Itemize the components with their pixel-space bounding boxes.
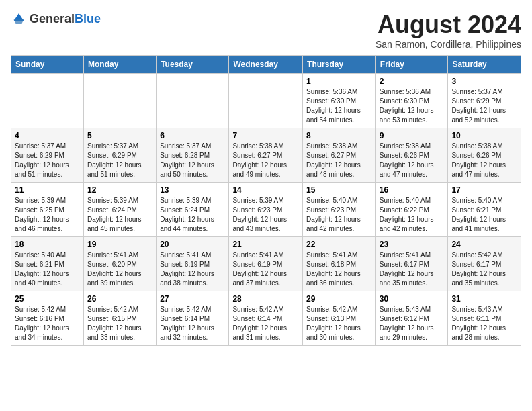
day-number: 17: [451, 185, 517, 195]
day-number: 23: [380, 240, 445, 249]
day-number: 21: [232, 240, 299, 249]
day-number: 13: [160, 185, 225, 195]
day-number: 14: [232, 185, 299, 195]
day-info: Sunrise: 5:37 AM Sunset: 6:29 PM Dayligh…: [87, 142, 152, 179]
day-info: Sunrise: 5:38 AM Sunset: 6:27 PM Dayligh…: [306, 142, 372, 179]
day-number: 4: [15, 131, 80, 140]
calendar-cell: 3Sunrise: 5:37 AM Sunset: 6:29 PM Daylig…: [448, 74, 521, 128]
day-info: Sunrise: 5:39 AM Sunset: 6:23 PM Dayligh…: [232, 196, 299, 234]
day-info: Sunrise: 5:37 AM Sunset: 6:29 PM Dayligh…: [451, 87, 517, 125]
day-number: 28: [232, 294, 299, 304]
day-number: 2: [380, 77, 445, 86]
day-number: 9: [380, 131, 445, 140]
calendar-cell: 13Sunrise: 5:39 AM Sunset: 6:24 PM Dayli…: [157, 183, 229, 237]
calendar-header-row: SundayMondayTuesdayWednesdayThursdayFrid…: [11, 56, 521, 74]
column-header-monday: Monday: [83, 56, 156, 74]
calendar-cell: 6Sunrise: 5:37 AM Sunset: 6:28 PM Daylig…: [157, 128, 229, 183]
calendar-cell: 4Sunrise: 5:37 AM Sunset: 6:29 PM Daylig…: [11, 128, 84, 183]
calendar-cell: 24Sunrise: 5:42 AM Sunset: 6:17 PM Dayli…: [448, 237, 521, 291]
calendar-cell: 22Sunrise: 5:41 AM Sunset: 6:18 PM Dayli…: [303, 237, 376, 291]
calendar-cell: 27Sunrise: 5:42 AM Sunset: 6:14 PM Dayli…: [157, 291, 229, 346]
day-info: Sunrise: 5:38 AM Sunset: 6:26 PM Dayligh…: [451, 142, 517, 179]
day-number: 12: [87, 185, 152, 195]
day-number: 16: [380, 185, 445, 195]
calendar-cell: [157, 74, 229, 128]
week-row-0: 1Sunrise: 5:36 AM Sunset: 6:30 PM Daylig…: [11, 74, 521, 128]
month-year: August 2024: [375, 11, 521, 39]
week-row-1: 4Sunrise: 5:37 AM Sunset: 6:29 PM Daylig…: [11, 128, 521, 183]
day-number: 26: [87, 294, 152, 304]
logo-text-blue: Blue: [75, 12, 101, 26]
day-number: 8: [306, 131, 372, 140]
calendar-cell: 20Sunrise: 5:41 AM Sunset: 6:19 PM Dayli…: [157, 237, 229, 291]
calendar-cell: 11Sunrise: 5:39 AM Sunset: 6:25 PM Dayli…: [11, 183, 84, 237]
calendar-cell: 7Sunrise: 5:38 AM Sunset: 6:27 PM Daylig…: [229, 128, 303, 183]
day-info: Sunrise: 5:39 AM Sunset: 6:25 PM Dayligh…: [15, 196, 80, 234]
calendar-cell: 31Sunrise: 5:43 AM Sunset: 6:11 PM Dayli…: [448, 291, 521, 346]
day-info: Sunrise: 5:42 AM Sunset: 6:14 PM Dayligh…: [232, 305, 299, 342]
location: San Ramon, Cordillera, Philippines: [375, 39, 521, 50]
calendar-table: SundayMondayTuesdayWednesdayThursdayFrid…: [11, 55, 521, 346]
calendar-cell: 21Sunrise: 5:41 AM Sunset: 6:19 PM Dayli…: [229, 237, 303, 291]
day-number: 20: [160, 240, 225, 249]
day-info: Sunrise: 5:42 AM Sunset: 6:17 PM Dayligh…: [451, 250, 517, 288]
day-info: Sunrise: 5:42 AM Sunset: 6:14 PM Dayligh…: [160, 305, 225, 342]
calendar-cell: 25Sunrise: 5:42 AM Sunset: 6:16 PM Dayli…: [11, 291, 84, 346]
calendar-cell: 17Sunrise: 5:40 AM Sunset: 6:21 PM Dayli…: [448, 183, 521, 237]
day-info: Sunrise: 5:39 AM Sunset: 6:24 PM Dayligh…: [160, 196, 225, 234]
calendar-cell: 18Sunrise: 5:40 AM Sunset: 6:21 PM Dayli…: [11, 237, 84, 291]
logo: GeneralBlue: [11, 11, 101, 27]
calendar-cell: 28Sunrise: 5:42 AM Sunset: 6:14 PM Dayli…: [229, 291, 303, 346]
column-header-sunday: Sunday: [11, 56, 84, 74]
day-number: 10: [451, 131, 517, 140]
day-number: 6: [160, 131, 225, 140]
calendar-cell: 16Sunrise: 5:40 AM Sunset: 6:22 PM Dayli…: [375, 183, 448, 237]
day-info: Sunrise: 5:38 AM Sunset: 6:26 PM Dayligh…: [380, 142, 445, 179]
week-row-4: 25Sunrise: 5:42 AM Sunset: 6:16 PM Dayli…: [11, 291, 521, 346]
day-info: Sunrise: 5:41 AM Sunset: 6:18 PM Dayligh…: [306, 250, 372, 288]
calendar-cell: 9Sunrise: 5:38 AM Sunset: 6:26 PM Daylig…: [375, 128, 448, 183]
calendar-cell: [229, 74, 303, 128]
day-number: 15: [306, 185, 372, 195]
day-number: 1: [306, 77, 372, 86]
title-area: August 2024 San Ramon, Cordillera, Phili…: [375, 11, 521, 50]
day-info: Sunrise: 5:43 AM Sunset: 6:12 PM Dayligh…: [380, 305, 445, 342]
calendar-cell: 1Sunrise: 5:36 AM Sunset: 6:30 PM Daylig…: [303, 74, 376, 128]
logo-icon: [11, 11, 27, 27]
day-info: Sunrise: 5:40 AM Sunset: 6:21 PM Dayligh…: [451, 196, 517, 234]
day-info: Sunrise: 5:40 AM Sunset: 6:22 PM Dayligh…: [380, 196, 445, 234]
column-header-saturday: Saturday: [448, 56, 521, 74]
day-number: 24: [451, 240, 517, 249]
column-header-friday: Friday: [375, 56, 448, 74]
day-info: Sunrise: 5:41 AM Sunset: 6:19 PM Dayligh…: [232, 250, 299, 288]
calendar-cell: 15Sunrise: 5:40 AM Sunset: 6:23 PM Dayli…: [303, 183, 376, 237]
day-info: Sunrise: 5:41 AM Sunset: 6:19 PM Dayligh…: [160, 250, 225, 288]
calendar-cell: [83, 74, 156, 128]
day-info: Sunrise: 5:38 AM Sunset: 6:27 PM Dayligh…: [232, 142, 299, 179]
day-info: Sunrise: 5:43 AM Sunset: 6:11 PM Dayligh…: [451, 305, 517, 342]
day-number: 11: [15, 185, 80, 195]
week-row-2: 11Sunrise: 5:39 AM Sunset: 6:25 PM Dayli…: [11, 183, 521, 237]
calendar-cell: 19Sunrise: 5:41 AM Sunset: 6:20 PM Dayli…: [83, 237, 156, 291]
day-number: 22: [306, 240, 372, 249]
calendar-cell: 10Sunrise: 5:38 AM Sunset: 6:26 PM Dayli…: [448, 128, 521, 183]
day-number: 31: [451, 294, 517, 304]
day-info: Sunrise: 5:36 AM Sunset: 6:30 PM Dayligh…: [380, 87, 445, 125]
calendar-cell: 29Sunrise: 5:42 AM Sunset: 6:13 PM Dayli…: [303, 291, 376, 346]
day-number: 18: [15, 240, 80, 249]
column-header-tuesday: Tuesday: [157, 56, 229, 74]
day-number: 19: [87, 240, 152, 249]
logo-text-general: General: [30, 12, 75, 26]
day-number: 3: [451, 77, 517, 86]
day-info: Sunrise: 5:42 AM Sunset: 6:15 PM Dayligh…: [87, 305, 152, 342]
column-header-wednesday: Wednesday: [229, 56, 303, 74]
calendar-cell: 12Sunrise: 5:39 AM Sunset: 6:24 PM Dayli…: [83, 183, 156, 237]
day-number: 29: [306, 294, 372, 304]
header: GeneralBlue August 2024 San Ramon, Cordi…: [11, 11, 521, 50]
calendar-cell: 23Sunrise: 5:41 AM Sunset: 6:17 PM Dayli…: [375, 237, 448, 291]
calendar-cell: 5Sunrise: 5:37 AM Sunset: 6:29 PM Daylig…: [83, 128, 156, 183]
day-number: 27: [160, 294, 225, 304]
day-info: Sunrise: 5:40 AM Sunset: 6:21 PM Dayligh…: [15, 250, 80, 288]
day-number: 5: [87, 131, 152, 140]
calendar-cell: [11, 74, 84, 128]
